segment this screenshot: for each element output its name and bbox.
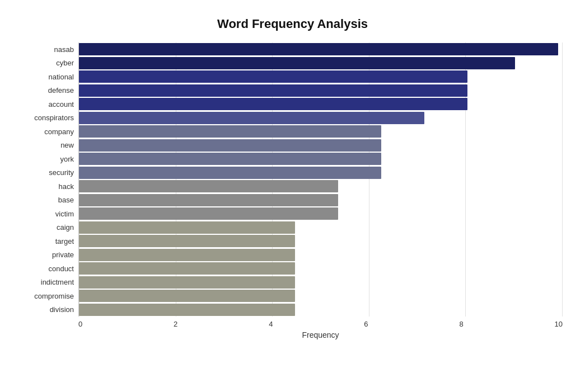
- bar-row: [79, 139, 563, 153]
- x-axis-label: Frequency: [78, 330, 563, 339]
- bar-row: [79, 97, 563, 111]
- bar-row: [79, 193, 563, 207]
- y-label: private: [52, 251, 74, 258]
- bar: [79, 180, 338, 192]
- y-label: defense: [48, 87, 74, 94]
- bar-row: [79, 56, 563, 70]
- bar: [79, 194, 338, 206]
- bar: [79, 98, 467, 110]
- y-label: target: [55, 238, 74, 245]
- x-tick: 4: [269, 320, 273, 328]
- bar-row: [79, 180, 563, 193]
- bar-row: [79, 42, 563, 56]
- bar: [79, 235, 295, 247]
- x-tick: 2: [174, 320, 177, 328]
- y-label: hack: [59, 183, 74, 190]
- bar-row: [79, 111, 563, 125]
- bar: [79, 276, 295, 289]
- bar: [79, 290, 295, 302]
- bar-row: [79, 262, 563, 276]
- bars-section: nasabcybernationaldefenseaccountconspira…: [22, 42, 563, 317]
- bar: [79, 207, 338, 220]
- x-axis: 0246810: [78, 317, 563, 328]
- bar-row: [79, 221, 563, 235]
- bar: [79, 304, 295, 316]
- bar: [79, 153, 381, 165]
- y-label: nasab: [54, 46, 74, 53]
- bar-row: [79, 303, 563, 317]
- bar-row: [79, 70, 563, 84]
- chart-container: Word Frequency Analysis nasabcybernation…: [0, 0, 585, 392]
- chart-area: nasabcybernationaldefenseaccountconspira…: [22, 42, 563, 339]
- bar-row: [79, 276, 563, 290]
- bar: [79, 167, 381, 179]
- bar-row: [79, 166, 563, 180]
- bar: [79, 70, 467, 83]
- bar-row: [79, 248, 563, 262]
- y-labels: nasabcybernationaldefenseaccountconspira…: [22, 42, 78, 317]
- bar-row: [79, 207, 563, 221]
- bar: [79, 43, 558, 55]
- y-label: york: [60, 155, 74, 163]
- y-label: security: [49, 169, 74, 176]
- bar-row: [79, 84, 563, 98]
- y-label: company: [44, 128, 74, 135]
- y-label: base: [58, 196, 74, 204]
- bar: [79, 57, 515, 69]
- bar-row: [79, 125, 563, 139]
- bar: [79, 84, 467, 97]
- x-ticks: 0246810: [78, 320, 563, 328]
- plot-area: [78, 42, 563, 317]
- bar: [79, 112, 424, 124]
- y-label: conspirators: [34, 114, 74, 121]
- bar: [79, 262, 295, 275]
- bar: [79, 221, 295, 234]
- y-label: account: [48, 101, 74, 108]
- y-label: caign: [57, 224, 74, 231]
- bar: [79, 139, 381, 152]
- y-label: division: [50, 306, 74, 313]
- bar: [79, 249, 295, 261]
- y-label: national: [48, 73, 74, 81]
- y-label: victim: [55, 210, 74, 218]
- y-label: indictment: [41, 278, 74, 286]
- y-label: conduct: [48, 265, 74, 272]
- y-label: new: [60, 141, 74, 149]
- x-tick: 6: [364, 320, 368, 328]
- x-tick: 10: [554, 320, 562, 328]
- bar: [79, 125, 381, 138]
- x-tick: 0: [78, 320, 82, 328]
- y-label: compromise: [34, 292, 74, 300]
- bar-row: [79, 234, 563, 248]
- bar-row: [79, 289, 563, 303]
- x-tick: 8: [459, 320, 463, 328]
- chart-title: Word Frequency Analysis: [22, 17, 563, 31]
- bar-row: [79, 152, 563, 166]
- y-label: cyber: [56, 59, 74, 67]
